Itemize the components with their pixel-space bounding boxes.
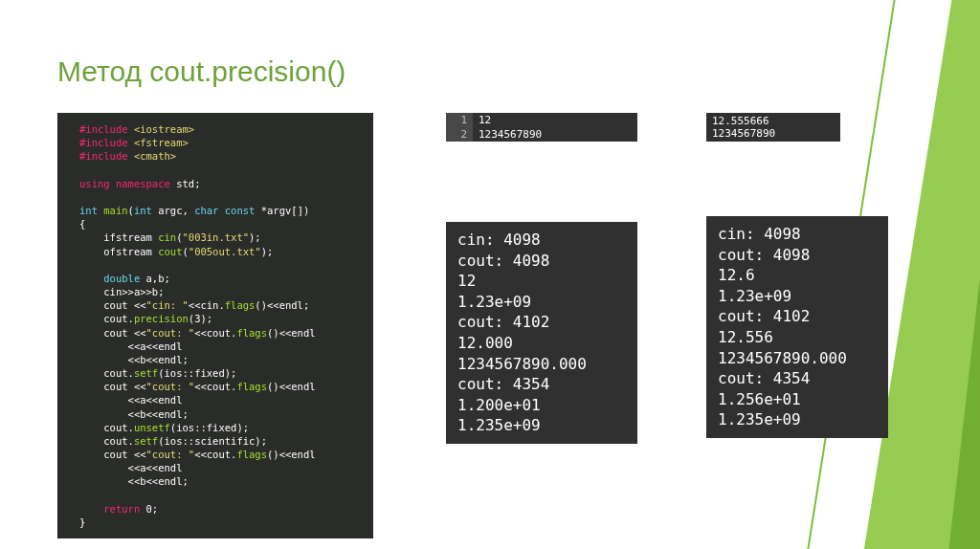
code-line: ofstream cout("005out.txt"); (79, 245, 362, 258)
output-right: cin: 4098cout: 409812.61.23e+09cout: 410… (706, 216, 888, 438)
code-line (79, 258, 362, 272)
output-line: 12.6 (718, 265, 877, 286)
code-line: } (79, 516, 362, 529)
code-line: #include <cmath> (79, 149, 362, 163)
input-file-1: 11221234567890 (446, 113, 637, 142)
code-line: using namespace std; (79, 177, 362, 190)
output-line: 1.256e+01 (718, 389, 877, 410)
code-line: <<a<<endl (79, 461, 362, 474)
output-line: cout: 4354 (718, 368, 877, 389)
code-line: cout <<"cout: "<<cout.flags()<<endl (79, 448, 362, 461)
code-line: <<a<<endl (79, 340, 362, 353)
input-value: 1234567890 (712, 127, 835, 140)
output-line: 1.235e+09 (457, 415, 626, 436)
code-line: cout <<"cout: "<<cout.flags()<<endl (79, 380, 362, 393)
code-line: <<a<<endl (79, 393, 362, 406)
code-line: cout.setf(ios::fixed); (79, 366, 362, 380)
output-line: 1.200e+01 (457, 395, 626, 416)
input-value: 12.555666 (712, 115, 835, 127)
output-line: 12.000 (457, 333, 626, 354)
code-line: <<b<<endl; (79, 474, 362, 488)
slide-title: Метод cout.precision() (57, 55, 345, 88)
input-row: 112 (446, 113, 637, 127)
line-number: 1 (446, 113, 473, 127)
output-line: cout: 4102 (718, 306, 877, 327)
code-line: int main(int argc, char const *argv[]) (79, 204, 362, 217)
code-line: ifstream cin("003in.txt"); (79, 231, 362, 244)
output-line: 12.556 (718, 327, 877, 348)
output-line: 1.235e+09 (718, 409, 877, 430)
code-line: cout.unsetf(ios::fixed); (79, 421, 362, 434)
code-line: <<b<<endl; (79, 353, 362, 366)
input-value: 1234567890 (473, 127, 547, 142)
code-line: cout <<"cout: "<<cout.flags()<<endl (79, 326, 362, 340)
code-line: cout <<"cin: "<<cin.flags()<<endl; (79, 298, 362, 312)
code-line: <<b<<endl; (79, 407, 362, 421)
line-number: 2 (446, 127, 473, 142)
code-line: cout.precision(3); (79, 312, 362, 325)
code-line (79, 190, 362, 204)
code-line: cout.setf(ios::scientific); (79, 434, 362, 448)
output-line: 1234567890.000 (718, 348, 877, 369)
code-line (79, 164, 362, 177)
input-file-2: 12.5556661234567890 (706, 113, 840, 142)
code-line: cin>>a>>b; (79, 285, 362, 298)
code-line: #include <iostream> (79, 122, 362, 136)
output-line: 12 (457, 271, 626, 292)
output-line: cout: 4354 (457, 374, 626, 395)
source-code: #include <iostream>#include <fstream>#in… (57, 113, 373, 538)
input-value: 12 (473, 113, 497, 127)
code-line: return 0; (79, 502, 362, 516)
code-line: #include <fstream> (79, 136, 362, 149)
code-line: { (79, 217, 362, 231)
input-row: 21234567890 (446, 127, 637, 142)
output-line: cout: 4098 (718, 245, 877, 266)
output-line: cin: 4098 (457, 230, 626, 251)
output-line: 1.23e+09 (457, 292, 626, 313)
output-line: cout: 4102 (457, 312, 626, 333)
output-line: cin: 4098 (718, 224, 877, 245)
output-left: cin: 4098cout: 4098121.23e+09cout: 41021… (446, 222, 637, 444)
code-line: double a,b; (79, 272, 362, 285)
output-line: cout: 4098 (457, 251, 626, 272)
output-line: 1.23e+09 (718, 286, 877, 307)
output-line: 1234567890.000 (457, 354, 626, 375)
code-line (79, 489, 362, 502)
